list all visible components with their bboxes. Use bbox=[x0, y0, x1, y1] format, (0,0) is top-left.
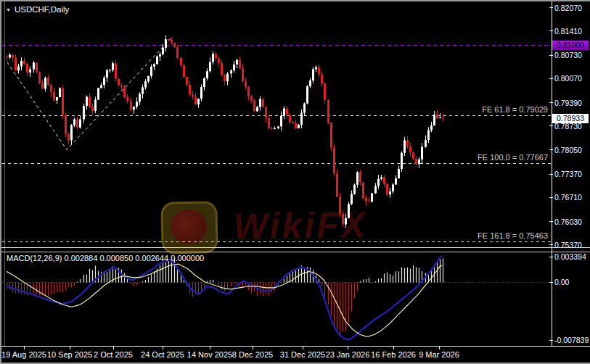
macd-tick-label: 0.00 bbox=[554, 278, 569, 286]
date-tick-label: 8 Dec 2025 bbox=[232, 350, 273, 359]
macd-line bbox=[7, 256, 442, 339]
candle-body bbox=[97, 88, 99, 99]
candle-body bbox=[89, 96, 91, 107]
date-tick-label: 24 Oct 2025 bbox=[141, 350, 184, 359]
date-tick-label: 2 Oct 2025 bbox=[94, 350, 133, 359]
pane-splitter[interactable] bbox=[0, 247, 590, 248]
candle-body bbox=[380, 178, 382, 179]
candle-body bbox=[383, 178, 385, 184]
candle-body bbox=[83, 106, 85, 119]
date-axis-tick bbox=[163, 347, 163, 349]
candle-body bbox=[403, 140, 406, 152]
candle-body bbox=[439, 117, 441, 118]
candle-body bbox=[59, 88, 61, 97]
candle-body bbox=[12, 55, 14, 58]
candle-body bbox=[286, 109, 288, 115]
candle-body bbox=[345, 218, 347, 225]
candle-body bbox=[348, 204, 350, 218]
price-tick-label: 0.78050 bbox=[554, 146, 582, 154]
date-tick-label: 31 Dec 2025 bbox=[280, 350, 325, 359]
price-axis-tick bbox=[549, 102, 553, 103]
candle-body bbox=[342, 213, 344, 224]
candle-body bbox=[253, 101, 255, 112]
candle-body bbox=[29, 70, 31, 73]
candle-body bbox=[133, 107, 135, 109]
fib-level-label: FE 61.8 = 0.79029 bbox=[482, 105, 548, 114]
candle-body bbox=[221, 63, 223, 75]
candle-body bbox=[374, 186, 377, 194]
date-tick-label: 23 Jan 2026 bbox=[326, 350, 370, 359]
candle-body bbox=[106, 70, 108, 78]
candle-body bbox=[395, 178, 397, 185]
mt4-chart-window: WikiFX ▼ USDCHF,Daily MACD(12,26,9) 0.00… bbox=[0, 0, 590, 364]
candle-body bbox=[362, 182, 364, 198]
candle-body bbox=[401, 153, 403, 169]
price-axis-tick bbox=[549, 125, 553, 126]
candle-body bbox=[336, 173, 338, 197]
candle-body bbox=[112, 63, 114, 70]
date-axis-tick bbox=[210, 347, 210, 349]
candle-body bbox=[203, 78, 205, 87]
candle-body bbox=[139, 94, 141, 102]
candle-body bbox=[359, 172, 361, 182]
price-tick-label: 0.77370 bbox=[554, 170, 582, 178]
alert-price-label[interactable]: 0.81000 bbox=[552, 41, 589, 50]
candle-body bbox=[136, 102, 138, 107]
candle-body bbox=[283, 109, 285, 116]
price-tick-label: 0.76030 bbox=[554, 218, 582, 226]
price-tick-label: 0.80070 bbox=[554, 74, 582, 83]
price-pane bbox=[2, 36, 552, 242]
date-axis-tick bbox=[70, 347, 70, 349]
chart-canvas[interactable] bbox=[0, 0, 590, 364]
candle-body bbox=[36, 62, 38, 72]
macd-indicator-label: MACD(12,26,9) 0.002884 0.000850 0.002644… bbox=[7, 254, 204, 262]
candle-body bbox=[91, 107, 94, 111]
candle-body bbox=[176, 47, 179, 58]
price-axis-tick bbox=[549, 149, 553, 150]
pane-splitter-lower[interactable] bbox=[0, 252, 590, 252]
candle-body bbox=[436, 115, 438, 118]
candle-body bbox=[50, 85, 52, 92]
candle-body bbox=[76, 119, 78, 127]
price-tick-label: 0.76710 bbox=[554, 193, 582, 202]
candle-body bbox=[79, 119, 81, 127]
candle-body bbox=[356, 172, 358, 184]
candle-body bbox=[86, 96, 88, 106]
candle-body bbox=[425, 140, 427, 147]
candle-body bbox=[262, 99, 264, 107]
window-frame-top bbox=[0, 0, 590, 1]
date-axis-tick bbox=[253, 347, 253, 349]
date-tick-label: 10 Sep 2025 bbox=[47, 350, 92, 359]
date-axis-separator bbox=[0, 346, 590, 347]
candle-body bbox=[295, 123, 297, 128]
candle-body bbox=[389, 191, 391, 194]
candle-body bbox=[44, 78, 46, 88]
candle-body bbox=[47, 78, 49, 85]
macd-tick-label: 0.003394 bbox=[554, 252, 586, 261]
candle-body bbox=[109, 70, 111, 71]
date-tick-label: 19 Aug 2025 bbox=[1, 350, 46, 359]
candle-body bbox=[173, 43, 176, 48]
candle-body bbox=[171, 40, 173, 43]
candle-body bbox=[415, 159, 417, 165]
price-tick-label: 0.80730 bbox=[554, 51, 582, 59]
price-tick-label: 0.82070 bbox=[554, 4, 582, 12]
macd-axis-tick bbox=[549, 340, 553, 341]
fib-level-label: FE 161.8 = 0.75463 bbox=[478, 231, 548, 240]
price-axis-tick bbox=[549, 244, 553, 245]
candle-body bbox=[236, 60, 238, 65]
candle-body bbox=[20, 61, 22, 67]
candle-body bbox=[412, 152, 414, 159]
candle-body bbox=[392, 185, 394, 192]
candle-body bbox=[300, 113, 303, 125]
price-axis-tick bbox=[549, 30, 553, 31]
candle-body bbox=[159, 54, 161, 57]
price-axis-tick bbox=[549, 174, 553, 175]
price-axis-tick bbox=[549, 197, 553, 198]
price-axis-tick bbox=[549, 55, 553, 56]
candle-body bbox=[126, 97, 128, 101]
symbol-title[interactable]: ▼ USDCHF,Daily bbox=[6, 5, 69, 14]
chevron-down-icon: ▼ bbox=[6, 7, 11, 12]
candle-body bbox=[153, 64, 155, 67]
candle-body bbox=[303, 104, 306, 113]
